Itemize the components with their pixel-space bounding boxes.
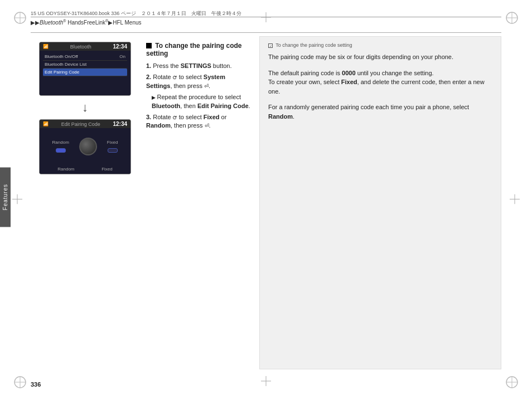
- corner-mark-tl: [12, 10, 28, 26]
- step-2-sub: Repeat the procedure to select Bluetooth…: [146, 93, 253, 110]
- label-fixed: Fixed: [101, 167, 113, 172]
- screen1-title: Bluetooth: [70, 44, 91, 50]
- random-label: Random: [52, 140, 69, 145]
- step-2: 2. Rotate ⟳ to select System Settings, t…: [146, 73, 253, 90]
- corner-mark-bl: [12, 374, 28, 390]
- info-para-3: For a randomly generated pairing code ea…: [268, 103, 492, 121]
- page-number: 336: [31, 381, 41, 388]
- instruction-title: To change the pairing code setting: [146, 42, 253, 57]
- bluetooth-icon-2: 📶: [43, 121, 49, 126]
- screen-mockup-2: 📶 Edit Pairing Code 12:34 Random Fixed R…: [39, 119, 131, 174]
- features-tab: Features: [0, 167, 11, 227]
- label-random: Random: [57, 167, 74, 172]
- corner-mark-tr: [504, 10, 520, 26]
- breadcrumb-text: ▶▶Bluetooth® HandsFreeLink®▶HFL Menus: [31, 19, 142, 26]
- random-btn: [56, 148, 66, 153]
- fixed-btn: [108, 148, 118, 153]
- bottom-center-crosshair: [261, 376, 271, 388]
- instructions-panel: To change the pairing code setting 1. Pr…: [139, 36, 259, 369]
- screen-mockup-1: 📶 Bluetooth 12:34 Bluetooth On/Off On Bl…: [39, 42, 131, 96]
- info-box-panel: ✓ To change the pairing code setting The…: [259, 36, 501, 369]
- info-box-title: ✓ To change the pairing code setting: [268, 42, 492, 48]
- info-para-2: The default pairing code is 0000 until y…: [268, 69, 492, 96]
- screen2-body: Random Fixed: [40, 128, 130, 164]
- screen2-header: 📶 Edit Pairing Code 12:34: [40, 120, 130, 128]
- rotate-icon-1: ⟳: [171, 73, 179, 82]
- press-icon-1: ⏎: [204, 82, 209, 90]
- knob-control: [79, 138, 97, 155]
- content-area: 📶 Bluetooth 12:34 Bluetooth On/Off On Bl…: [31, 36, 501, 369]
- menu-item-device-list: Bluetooth Device List: [43, 61, 127, 69]
- left-center-crosshair: [12, 194, 22, 206]
- down-arrow-icon: ↓: [82, 100, 88, 115]
- bluetooth-icon: 📶: [43, 44, 49, 49]
- step-3: 3. Rotate ⟳ to select Fixed or Random, t…: [146, 113, 253, 130]
- screen1-time: 12:34: [113, 43, 127, 50]
- menu-item-bluetooth-onoff: Bluetooth On/Off On: [43, 53, 127, 61]
- screen2-time: 12:34: [113, 121, 127, 127]
- screen2-labels: Random Fixed: [40, 164, 130, 174]
- header-rule: [31, 32, 501, 33]
- screen1-header: 📶 Bluetooth 12:34: [40, 42, 130, 51]
- menu-item-edit-pairing: Edit Pairing Code: [43, 69, 127, 76]
- info-para-1: The pairing code may be six or four digi…: [268, 52, 492, 62]
- rotate-icon-2: ⟳: [171, 113, 179, 122]
- checkbox-icon: ✓: [268, 43, 273, 48]
- features-tab-label: Features: [2, 184, 8, 210]
- screen-mockups-panel: 📶 Bluetooth 12:34 Bluetooth On/Off On Bl…: [31, 36, 139, 369]
- press-icon-2: ⏎: [205, 122, 209, 130]
- fixed-label: Fixed: [107, 140, 118, 145]
- step-1: 1. Press the SETTINGS button.: [146, 62, 253, 70]
- corner-mark-br: [504, 374, 520, 390]
- screen1-body: Bluetooth On/Off On Bluetooth Device Lis…: [40, 51, 130, 95]
- screen2-title: Edit Pairing Code: [61, 121, 100, 127]
- right-center-crosshair: [510, 194, 520, 206]
- breadcrumb: ▶▶Bluetooth® HandsFreeLink®▶HFL Menus: [31, 17, 501, 26]
- black-square-icon: [146, 43, 152, 48]
